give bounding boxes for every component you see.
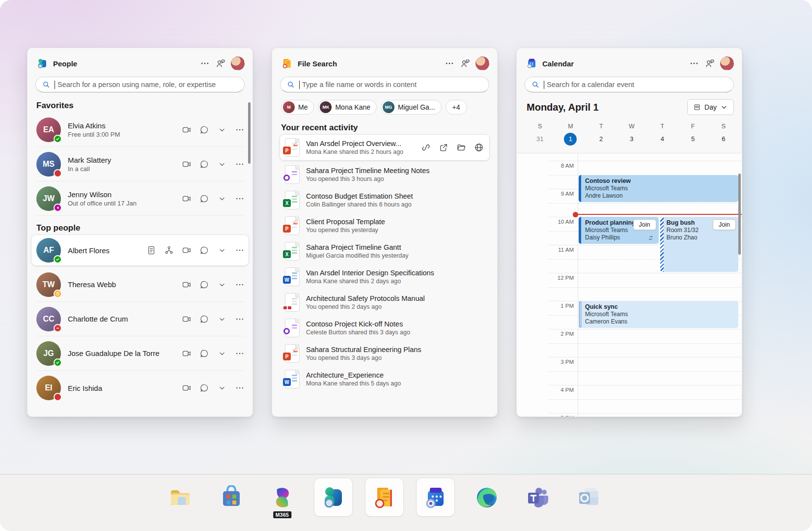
- people-search-input[interactable]: [57, 81, 238, 88]
- join-button[interactable]: Join: [633, 219, 656, 230]
- more-options-icon[interactable]: [234, 159, 245, 169]
- calendar-search[interactable]: [525, 77, 734, 92]
- join-button[interactable]: Join: [713, 219, 736, 230]
- more-options-icon[interactable]: [234, 279, 245, 290]
- chevron-down-icon[interactable]: [217, 193, 227, 204]
- taskbar-calendar-icon[interactable]: [417, 478, 454, 516]
- date-cell[interactable]: 4: [647, 132, 677, 147]
- date-cell[interactable]: 31: [525, 132, 555, 147]
- file-row[interactable]: WArchitecture_ExperienceMona Kane shared…: [280, 366, 489, 392]
- chevron-down-icon[interactable]: [217, 348, 227, 358]
- more-options-icon[interactable]: [199, 58, 210, 69]
- chat-icon[interactable]: [199, 193, 209, 204]
- file-row[interactable]: PClient Proposal TemplateYou opened this…: [280, 213, 489, 238]
- video-call-icon[interactable]: [181, 193, 192, 204]
- person-filter-chip[interactable]: +4: [446, 100, 467, 115]
- feedback-person-chat-icon[interactable]: [704, 58, 715, 69]
- calendar-event[interactable]: Contoso reviewMicrosoft TeamsAndre Lawso…: [579, 175, 738, 202]
- taskbar-microsoft-store-icon[interactable]: [212, 478, 250, 516]
- more-options-icon[interactable]: [689, 58, 700, 69]
- chevron-down-icon[interactable]: [217, 245, 227, 256]
- chat-icon[interactable]: [199, 279, 209, 290]
- account-avatar[interactable]: [231, 57, 245, 70]
- calendar-event[interactable]: Bug bushRoom 31/32Bruno ZhaoJoin: [660, 217, 738, 272]
- file-row[interactable]: XContoso Budget Estimation SheetColin Ba…: [280, 187, 489, 213]
- file-search-input[interactable]: [302, 81, 482, 88]
- video-call-icon[interactable]: [181, 124, 192, 135]
- chat-icon[interactable]: [199, 383, 209, 393]
- chevron-down-icon[interactable]: [217, 279, 227, 290]
- more-options-icon[interactable]: [234, 245, 245, 256]
- file-search[interactable]: [280, 77, 489, 92]
- taskbar-teams-icon[interactable]: [519, 478, 557, 516]
- file-row[interactable]: Sahara Project Timeline Meeting NotesYou…: [280, 162, 489, 187]
- person-row[interactable]: EAElvia AtkinsFree until 3:00 PM: [36, 113, 245, 147]
- taskbar-edge-icon[interactable]: [468, 478, 505, 516]
- taskbar-file-search-icon[interactable]: [365, 478, 403, 516]
- org-chart-icon[interactable]: [164, 245, 174, 256]
- taskbar-file-explorer-icon[interactable]: [161, 478, 199, 516]
- taskbar-outlook-icon[interactable]: [570, 478, 608, 516]
- person-row[interactable]: JWJenny WilsonOut of office until 17 Jan: [36, 181, 245, 216]
- more-options-icon[interactable]: [234, 348, 245, 358]
- video-call-icon[interactable]: [181, 383, 192, 393]
- taskbar-people-icon[interactable]: [314, 478, 352, 516]
- open-folder-icon[interactable]: [456, 143, 467, 153]
- open-in-browser-icon[interactable]: [474, 143, 484, 153]
- person-filter-chip[interactable]: MKMona Kane: [318, 100, 377, 115]
- chat-icon[interactable]: [199, 245, 209, 256]
- people-search[interactable]: [35, 77, 245, 92]
- person-filter-chip[interactable]: MGMiguel Ga...: [381, 100, 441, 115]
- date-cell[interactable]: 6: [708, 132, 739, 147]
- date-cell-selected[interactable]: 1: [555, 132, 586, 147]
- calendar-event[interactable]: Product planningMicrosoft TeamsDaisy Phi…: [579, 217, 659, 244]
- people-scrollbar[interactable]: [248, 102, 251, 164]
- file-row[interactable]: Architectural Safety Protocols ManualYou…: [280, 290, 489, 315]
- more-options-icon[interactable]: [234, 383, 245, 393]
- chat-icon[interactable]: [199, 314, 209, 324]
- chat-icon[interactable]: [199, 348, 209, 358]
- video-call-icon[interactable]: [181, 348, 192, 358]
- person-row[interactable]: TWTheresa Webb: [36, 267, 245, 302]
- feedback-person-chat-icon[interactable]: [215, 58, 226, 69]
- more-options-icon[interactable]: [234, 314, 245, 324]
- video-call-icon[interactable]: [181, 159, 192, 169]
- file-row[interactable]: PSahara Structural Engineering PlansYou …: [280, 341, 489, 366]
- person-row[interactable]: MSMark SlatteryIn a call: [36, 147, 245, 181]
- share-icon[interactable]: [439, 143, 449, 153]
- taskbar-m365-copilot-icon[interactable]: M365: [263, 478, 301, 516]
- more-options-icon[interactable]: [444, 58, 455, 69]
- person-filter-chip[interactable]: MMe: [281, 100, 314, 115]
- chevron-down-icon[interactable]: [217, 124, 227, 135]
- video-call-icon[interactable]: [181, 314, 192, 324]
- video-call-icon[interactable]: [181, 279, 192, 290]
- person-row[interactable]: EIEric Ishida: [36, 371, 245, 405]
- chevron-down-icon[interactable]: [217, 314, 227, 324]
- date-cell[interactable]: 5: [677, 132, 708, 147]
- calendar-search-input[interactable]: [547, 81, 727, 88]
- file-row[interactable]: Contoso Project Kick-off NotesCeleste Bu…: [280, 315, 489, 341]
- document-icon[interactable]: [146, 245, 156, 256]
- person-row[interactable]: AFAlbert Flores: [31, 235, 249, 266]
- copy-link-icon[interactable]: [421, 143, 431, 153]
- file-row[interactable]: WVan Arsdel Interior Design Specificatio…: [280, 264, 489, 290]
- day-view-dropdown[interactable]: Day: [687, 99, 734, 115]
- video-call-icon[interactable]: [181, 245, 192, 256]
- account-avatar[interactable]: [476, 57, 489, 70]
- feedback-person-chat-icon[interactable]: [460, 58, 471, 69]
- date-cell[interactable]: 3: [616, 132, 647, 147]
- chevron-down-icon[interactable]: [217, 383, 227, 393]
- chat-icon[interactable]: [199, 159, 209, 169]
- calendar-event[interactable]: Quick syncMicrosoft TeamsCameron Evans: [579, 301, 738, 328]
- person-row[interactable]: JGJose Guadalupe De la Torre: [36, 336, 245, 371]
- calendar-scrollbar[interactable]: [738, 174, 741, 255]
- file-row[interactable]: XSahara Project Timeline GanttMiguel Gar…: [280, 238, 489, 264]
- date-cell[interactable]: 2: [586, 132, 616, 147]
- chevron-down-icon[interactable]: [217, 159, 227, 169]
- more-options-icon[interactable]: [234, 193, 245, 204]
- more-options-icon[interactable]: [234, 124, 245, 135]
- account-avatar[interactable]: [720, 57, 734, 70]
- chat-icon[interactable]: [199, 124, 209, 135]
- person-row[interactable]: CCCharlotte de Crum: [36, 302, 245, 336]
- file-row[interactable]: PVan Arsdel Project Overview...Mona Kane…: [280, 135, 489, 160]
